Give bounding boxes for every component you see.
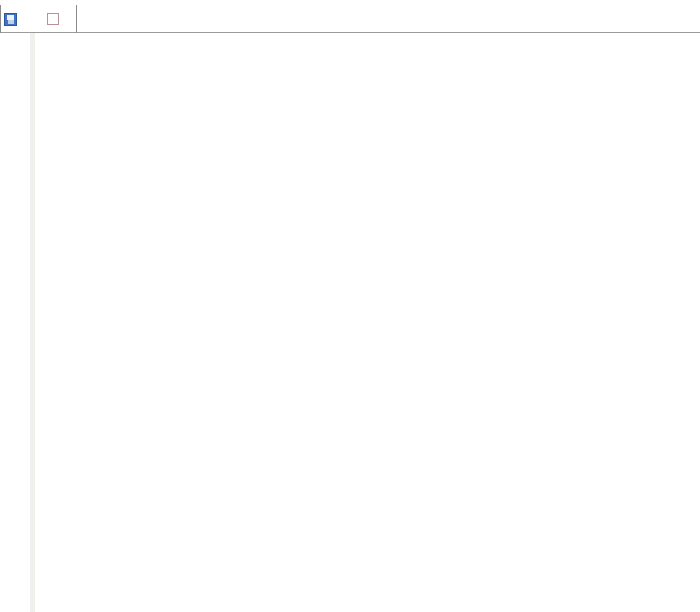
notepad-window <box>0 0 700 612</box>
line-number-gutter <box>0 33 30 612</box>
save-icon <box>4 13 17 26</box>
current-line-highlight <box>52 33 700 48</box>
active-tab-accent <box>1 5 76 8</box>
editor[interactable] <box>0 33 700 612</box>
tab-item-xml[interactable] <box>0 5 77 33</box>
fold-margin[interactable] <box>35 33 52 612</box>
tab-close-icon[interactable] <box>47 13 59 25</box>
tab-bar <box>0 5 700 33</box>
